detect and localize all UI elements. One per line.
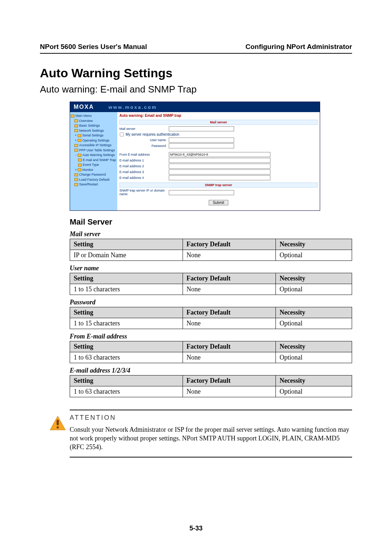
- col-factory: Factory Default: [183, 341, 275, 352]
- cell-setting: 1 to 63 characters: [70, 386, 183, 397]
- email4-input[interactable]: [169, 175, 270, 180]
- spec-table: SettingFactory DefaultNecessity 1 to 15 …: [70, 307, 352, 329]
- tree-item[interactable]: Monitor: [82, 168, 93, 173]
- col-setting: Setting: [70, 375, 183, 386]
- from-email-input[interactable]: [169, 152, 270, 157]
- cell-necessity: Optional: [276, 386, 352, 397]
- folder-icon: [74, 183, 78, 186]
- col-necessity: Necessity: [276, 341, 352, 352]
- col-setting: Setting: [70, 239, 183, 250]
- folder-icon: [74, 144, 78, 147]
- col-factory: Factory Default: [183, 307, 275, 318]
- folder-icon: [74, 124, 78, 127]
- cell-necessity: Optional: [276, 352, 352, 363]
- email1-input[interactable]: [169, 158, 270, 163]
- col-setting: Setting: [70, 307, 183, 318]
- email2-input[interactable]: [169, 164, 270, 169]
- col-factory: Factory Default: [183, 273, 275, 284]
- tree-item[interactable]: Serial Settings: [82, 133, 103, 138]
- cell-setting: 1 to 15 characters: [70, 284, 183, 295]
- col-necessity: Necessity: [276, 375, 352, 386]
- tree-item[interactable]: Event Type: [83, 163, 99, 168]
- page-number: 5-33: [0, 525, 392, 532]
- email1-label: E-mail address 1: [119, 159, 169, 162]
- folder-icon: [78, 159, 82, 161]
- cell-setting: 1 to 15 characters: [70, 318, 183, 329]
- header-right: Configuring NPort Administrator: [245, 43, 352, 51]
- screenshot-banner: MOXA www.moxa.com: [70, 102, 320, 112]
- folder-icon: [74, 149, 78, 152]
- tree-item[interactable]: PPP User Table Settings: [79, 148, 115, 153]
- cell-necessity: Optional: [276, 284, 352, 295]
- tree-item[interactable]: Auto Warning Settings: [82, 153, 115, 158]
- attention-block: ATTENTION Consult your Network Administr…: [70, 410, 352, 457]
- svg-rect-1: [57, 420, 59, 425]
- tree-item[interactable]: Accessible IP Settings: [79, 143, 111, 148]
- username-input[interactable]: [169, 138, 234, 143]
- heading-h3: Mail Server: [70, 217, 352, 227]
- col-setting: Setting: [70, 273, 183, 284]
- cell-setting: IP or Domain Name: [70, 250, 183, 260]
- col-necessity: Necessity: [276, 239, 352, 250]
- panel-title: Auto warning: Email and SNMP trap: [119, 114, 318, 118]
- moxa-url: www.moxa.com: [109, 104, 157, 110]
- password-label: Password: [119, 144, 169, 148]
- moxa-logo: MOXA: [74, 104, 94, 110]
- tree-item[interactable]: Basic Settings: [79, 123, 100, 128]
- tree-item[interactable]: E-mail and SNMP Trap: [83, 158, 116, 163]
- mail-server-header: Mail server: [119, 120, 318, 125]
- expand-icon[interactable]: +: [74, 138, 77, 143]
- folder-icon: [74, 119, 78, 122]
- heading-h2: Auto warning: E-mail and SNMP Trap: [40, 84, 352, 95]
- cell-setting: 1 to 63 characters: [70, 352, 183, 363]
- tree-item[interactable]: Operating Settings: [82, 138, 110, 143]
- folder-icon: [74, 178, 78, 181]
- table-title: From E-mail address: [70, 333, 352, 340]
- spec-table: SettingFactory DefaultNecessity 1 to 63 …: [70, 375, 352, 397]
- email3-input[interactable]: [169, 169, 270, 175]
- folder-icon: [78, 139, 81, 142]
- auth-label: My server requires authentication: [126, 132, 179, 136]
- col-factory: Factory Default: [183, 375, 275, 386]
- table-title: User name: [70, 264, 352, 272]
- table-title: E-mail address 1/2/3/4: [70, 367, 352, 374]
- submit-button[interactable]: Submit: [209, 200, 228, 205]
- page-header: NPort 5600 Series User's Manual Configur…: [40, 43, 352, 54]
- tree-item[interactable]: Change Password: [79, 172, 106, 177]
- col-necessity: Necessity: [276, 307, 352, 318]
- cell-factory: None: [183, 318, 275, 329]
- tree-item[interactable]: Network Settings: [79, 128, 104, 134]
- mail-server-input[interactable]: [169, 126, 234, 131]
- cell-factory: None: [183, 386, 275, 397]
- spec-table: SettingFactory DefaultNecessity 1 to 63 …: [70, 341, 352, 363]
- tree-item[interactable]: Overview: [79, 119, 93, 124]
- snmp-input[interactable]: [169, 190, 234, 195]
- tree-main[interactable]: Main Menu: [75, 114, 92, 119]
- folder-icon: [74, 129, 78, 132]
- email4-label: E-mail address 4: [119, 176, 169, 180]
- svg-point-2: [57, 426, 59, 428]
- collapse-icon[interactable]: -: [74, 153, 77, 158]
- email2-label: E-mail address 2: [119, 164, 169, 168]
- email3-label: E-mail address 3: [119, 170, 169, 174]
- folder-icon: [78, 164, 82, 167]
- username-label: User name: [119, 138, 169, 142]
- password-input[interactable]: [169, 143, 234, 148]
- spec-table: SettingFactory DefaultNecessity IP or Do…: [70, 239, 352, 261]
- cell-factory: None: [183, 250, 275, 260]
- folder-icon: [78, 134, 81, 137]
- cell-necessity: Optional: [276, 250, 352, 260]
- nav-tree: Main Menu Overview Basic Settings Networ…: [70, 112, 117, 210]
- auth-checkbox[interactable]: [120, 132, 124, 136]
- warning-icon: [49, 415, 70, 452]
- spec-table: SettingFactory DefaultNecessity 1 to 15 …: [70, 273, 352, 295]
- folder-icon: [78, 154, 81, 157]
- col-setting: Setting: [70, 341, 183, 352]
- mail-server-label: Mail server: [119, 127, 169, 131]
- tree-item[interactable]: Load Factory Default: [79, 177, 110, 182]
- tree-item[interactable]: Save/Restart: [79, 182, 98, 187]
- screenshot-main: Auto warning: Email and SNMP trap Mail s…: [117, 112, 320, 210]
- cell-factory: None: [183, 352, 275, 363]
- expand-icon[interactable]: +: [74, 133, 77, 138]
- expand-icon[interactable]: +: [74, 168, 77, 173]
